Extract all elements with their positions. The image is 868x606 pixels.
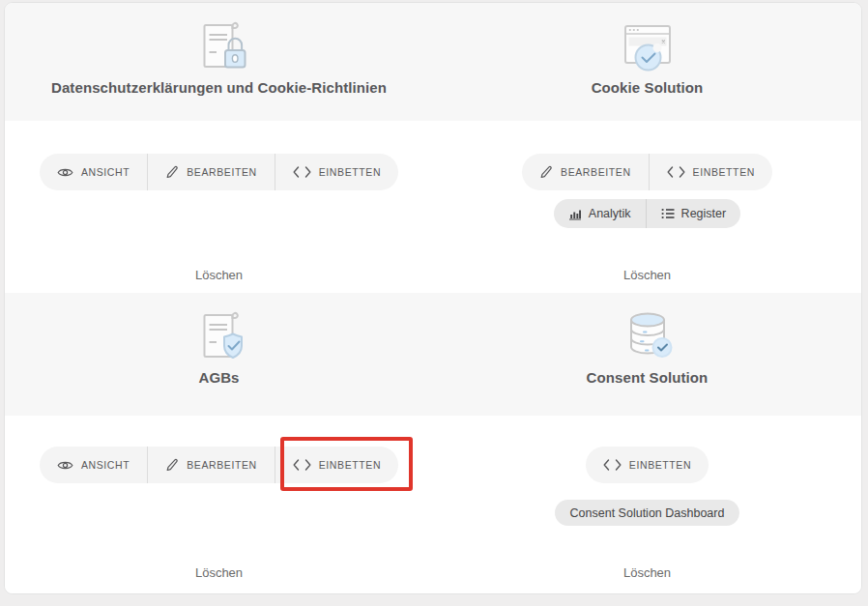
list-icon bbox=[661, 208, 675, 219]
privacy-policy-actions: ANSICHT BEARBEITEN EINBETTEN Löschen bbox=[5, 121, 433, 293]
view-button[interactable]: ANSICHT bbox=[40, 447, 147, 483]
consent-solution-actions: EINBETTEN Consent Solution Dashboard Lös… bbox=[433, 416, 861, 593]
register-button[interactable]: Register bbox=[646, 199, 741, 228]
analytics-button-label: Analytik bbox=[589, 207, 631, 220]
pencil-icon bbox=[165, 165, 179, 179]
product-agbs: AGBs bbox=[5, 293, 433, 416]
embed-button-highlighted[interactable]: EINBETTEN bbox=[275, 447, 398, 483]
delete-link[interactable]: Löschen bbox=[623, 268, 671, 282]
embed-button-label: EINBETTEN bbox=[319, 166, 381, 178]
edit-button[interactable]: BEARBEITEN bbox=[147, 154, 275, 190]
embed-button[interactable]: EINBETTEN bbox=[649, 154, 772, 190]
code-icon bbox=[603, 459, 622, 471]
eye-icon bbox=[57, 459, 73, 472]
consent-dashboard-label: Consent Solution Dashboard bbox=[570, 506, 725, 520]
consent-action-group: EINBETTEN bbox=[586, 447, 709, 483]
cookie-solution-actions: BEARBEITEN EINBETTEN bbox=[433, 121, 861, 293]
edit-button[interactable]: BEARBEITEN bbox=[147, 447, 275, 483]
browser-cookie-icon bbox=[617, 14, 679, 73]
agbs-actions: ANSICHT BEARBEITEN EINBETTEN Löschen bbox=[5, 416, 433, 593]
products-header-row-2: AGBs Consent Solution bbox=[5, 293, 861, 416]
product-title: Datenschutzerklärungen und Cookie-Richtl… bbox=[51, 79, 387, 96]
embed-button-label: EINBETTEN bbox=[319, 459, 381, 471]
delete-link[interactable]: Löschen bbox=[623, 565, 671, 580]
document-lock-icon bbox=[188, 14, 250, 73]
product-title: Cookie Solution bbox=[592, 79, 704, 96]
cookie-secondary-group: Analytik Register bbox=[554, 199, 740, 228]
consent-dashboard-button[interactable]: Consent Solution Dashboard bbox=[555, 500, 740, 526]
code-icon bbox=[293, 459, 311, 471]
delete-link[interactable]: Löschen bbox=[195, 565, 243, 580]
embed-button[interactable]: EINBETTEN bbox=[275, 154, 398, 190]
view-button[interactable]: ANSICHT bbox=[40, 154, 147, 190]
product-consent-solution: Consent Solution bbox=[433, 293, 861, 416]
pencil-icon bbox=[165, 458, 179, 472]
product-title: Consent Solution bbox=[587, 369, 709, 386]
actions-row-2: ANSICHT BEARBEITEN EINBETTEN Löschen bbox=[5, 416, 861, 593]
edit-button-label: BEARBEITEN bbox=[187, 459, 257, 471]
eye-icon bbox=[57, 166, 73, 179]
embed-button[interactable]: EINBETTEN bbox=[586, 447, 709, 483]
product-cookie-solution: Cookie Solution bbox=[433, 3, 861, 121]
edit-button[interactable]: BEARBEITEN bbox=[522, 154, 649, 190]
edit-button-label: BEARBEITEN bbox=[561, 166, 631, 178]
embed-button-label: EINBETTEN bbox=[693, 166, 755, 178]
edit-button-label: BEARBEITEN bbox=[187, 166, 257, 178]
register-button-label: Register bbox=[681, 207, 727, 220]
actions-row-1: ANSICHT BEARBEITEN EINBETTEN Löschen bbox=[5, 121, 861, 293]
products-card: Datenschutzerklärungen und Cookie-Richtl… bbox=[4, 2, 862, 594]
cookie-action-group: BEARBEITEN EINBETTEN bbox=[522, 154, 772, 190]
bar-chart-icon bbox=[568, 208, 582, 220]
analytics-button[interactable]: Analytik bbox=[554, 199, 646, 228]
privacy-action-group: ANSICHT BEARBEITEN EINBETTEN bbox=[40, 154, 398, 190]
code-icon bbox=[293, 166, 311, 178]
product-privacy-policy: Datenschutzerklärungen und Cookie-Richtl… bbox=[5, 3, 433, 121]
view-button-label: ANSICHT bbox=[81, 166, 130, 178]
document-shield-icon bbox=[188, 303, 250, 363]
pencil-icon bbox=[539, 165, 553, 179]
code-icon bbox=[667, 166, 685, 178]
delete-link[interactable]: Löschen bbox=[195, 268, 243, 282]
products-header-row-1: Datenschutzerklärungen und Cookie-Richtl… bbox=[5, 3, 861, 121]
view-button-label: ANSICHT bbox=[81, 459, 130, 471]
database-check-icon bbox=[617, 303, 679, 363]
embed-button-label: EINBETTEN bbox=[629, 459, 691, 471]
agbs-action-group: ANSICHT BEARBEITEN EINBETTEN bbox=[40, 447, 398, 483]
product-title: AGBs bbox=[198, 369, 239, 386]
